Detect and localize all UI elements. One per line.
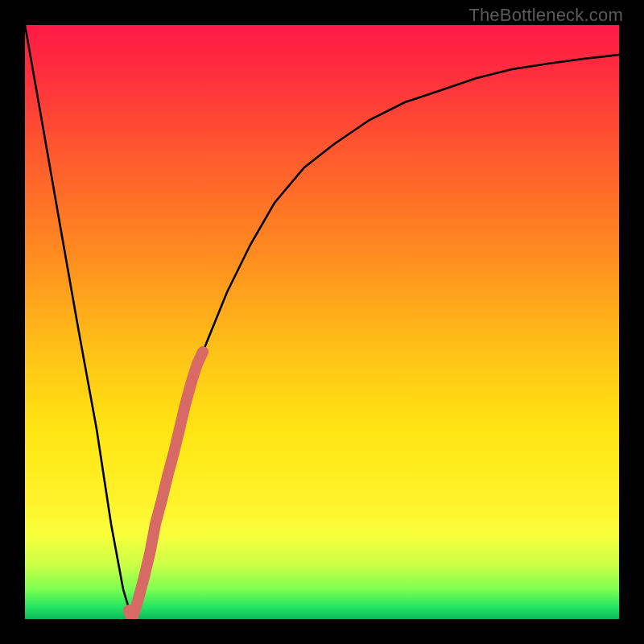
highlight-segment-path [129, 352, 203, 619]
bottleneck-curve-path [25, 25, 619, 619]
chart-svg [25, 25, 619, 619]
plot-area [25, 25, 619, 619]
watermark-label: TheBottleneck.com [469, 5, 623, 26]
chart-frame: TheBottleneck.com [0, 0, 644, 644]
